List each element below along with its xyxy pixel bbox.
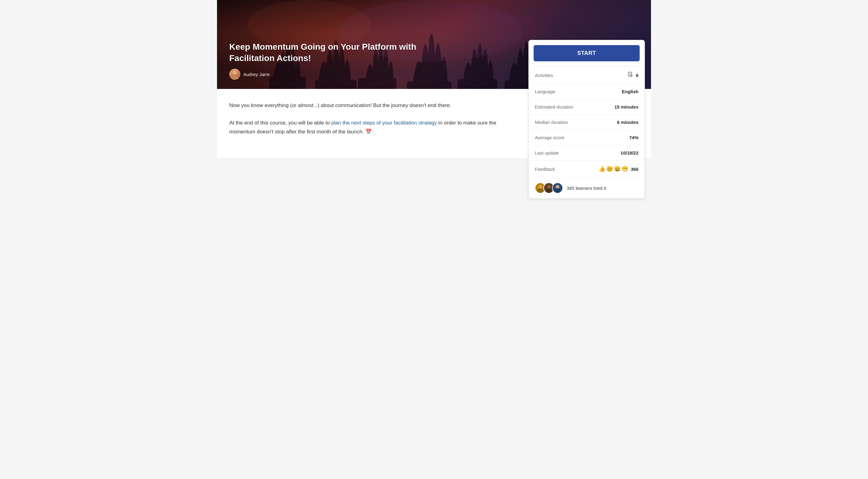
- svg-rect-44: [458, 79, 497, 89]
- laugh-icon: 😁: [622, 166, 628, 172]
- last-update-value: 10/18/22: [621, 150, 639, 155]
- avatar: [229, 69, 240, 80]
- median-duration-row: Median duration 6 minutes: [529, 115, 645, 130]
- course-title: Keep Momentum Going on Your Platform wit…: [229, 41, 444, 64]
- last-update-row: Last update 10/18/22: [529, 145, 645, 161]
- learner-avatars: [535, 182, 563, 193]
- svg-rect-43: [407, 81, 452, 89]
- estimated-duration-value: 15 minutes: [615, 104, 639, 110]
- description-text-2: At the end of this course, you will be a…: [229, 119, 522, 137]
- learners-count-text: 345 learners tried it: [567, 185, 606, 191]
- language-label: Language: [535, 89, 555, 94]
- svg-rect-42: [358, 78, 396, 89]
- author-section: Audrey Jarre: [229, 69, 444, 80]
- feedback-label: Feedback: [535, 167, 555, 172]
- description-text-1: Now you know everything (or almost...) a…: [229, 101, 522, 110]
- thumbs-up-icon: 👍: [598, 166, 605, 172]
- feedback-row: Feedback 👍 😊 😄 😁 366: [529, 161, 645, 178]
- description-block-2: At the end of this course, you will be a…: [229, 119, 522, 137]
- svg-rect-41: [315, 80, 356, 89]
- svg-point-58: [538, 185, 542, 188]
- feedback-emojis: 👍 😊 😄 😁: [598, 166, 628, 172]
- activities-label: Activities: [535, 73, 553, 78]
- activities-count: 6: [636, 73, 639, 78]
- estimated-duration-row: Estimated duration 15 minutes: [529, 99, 645, 115]
- learner-avatar-3: [552, 182, 563, 193]
- median-duration-label: Median duration: [535, 120, 568, 125]
- median-duration-value: 6 minutes: [617, 120, 639, 125]
- estimated-duration-label: Estimated duration: [535, 104, 573, 110]
- svg-point-61: [547, 185, 551, 188]
- author-name: Audrey Jarre: [243, 72, 270, 77]
- description-block-1: Now you know everything (or almost...) a…: [229, 101, 522, 110]
- document-icon: [627, 71, 633, 79]
- last-update-label: Last update: [535, 150, 559, 155]
- activities-row: Activities 6: [529, 66, 645, 84]
- content-area: Now you know everything (or almost...) a…: [217, 89, 534, 158]
- feedback-value: 👍 😊 😄 😁 366: [598, 166, 639, 172]
- learners-row: 345 learners tried it: [529, 178, 645, 199]
- highlight-link[interactable]: plan the next steps of your facilitation…: [331, 120, 437, 126]
- start-button[interactable]: START: [534, 45, 640, 61]
- smile-icon: 😊: [606, 166, 613, 172]
- average-score-value: 74%: [629, 135, 639, 140]
- happy-icon: 😄: [614, 166, 621, 172]
- svg-point-64: [556, 185, 559, 188]
- average-score-label: Average score: [535, 135, 564, 140]
- main-layout: Now you know everything (or almost...) a…: [217, 89, 651, 158]
- hero-content: Keep Momentum Going on Your Platform wit…: [229, 41, 444, 80]
- language-value: English: [622, 89, 639, 94]
- sidebar-panel: START Activities: [528, 40, 645, 199]
- average-score-row: Average score 74%: [529, 130, 645, 145]
- language-row: Language English: [529, 84, 645, 99]
- page-wrapper: Keep Momentum Going on Your Platform wit…: [217, 0, 651, 158]
- activities-value: 6: [627, 71, 639, 79]
- feedback-count: 366: [631, 167, 639, 172]
- avatar-image: [229, 69, 240, 80]
